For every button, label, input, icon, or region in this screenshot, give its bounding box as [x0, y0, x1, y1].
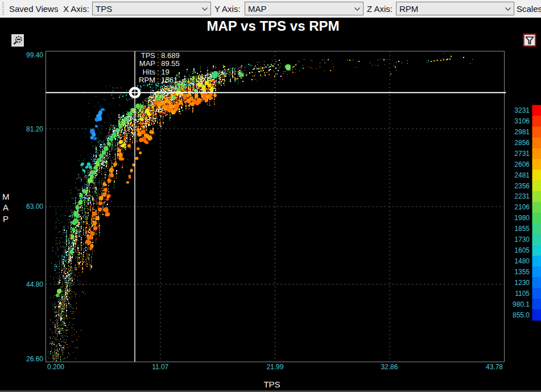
svg-text:1105: 1105 [515, 290, 530, 298]
svg-text:81.20: 81.20 [26, 125, 43, 133]
svg-text:: 89.55: : 89.55 [157, 59, 180, 68]
svg-text:MAP vs TPS vs RPM: MAP vs TPS vs RPM [207, 18, 340, 34]
svg-text:P: P [3, 214, 9, 224]
svg-text:1480: 1480 [514, 257, 530, 265]
svg-text:2606: 2606 [514, 160, 530, 168]
svg-text:2981: 2981 [514, 128, 530, 136]
svg-text:3231: 3231 [514, 106, 530, 114]
svg-text:980.1: 980.1 [513, 300, 530, 308]
svg-text:TPS: TPS [141, 51, 156, 60]
svg-text:0.200: 0.200 [47, 363, 64, 371]
svg-text:1730: 1730 [514, 236, 530, 244]
svg-text:1855: 1855 [514, 225, 530, 233]
svg-text:2731: 2731 [514, 150, 530, 158]
svg-text:63.00: 63.00 [26, 203, 43, 211]
svg-text:32.86: 32.86 [381, 363, 398, 371]
svg-text:TPS: TPS [263, 379, 280, 389]
svg-text:43.78: 43.78 [486, 363, 503, 371]
svg-text:99.40: 99.40 [26, 51, 43, 59]
svg-text:RPM: RPM [139, 76, 155, 84]
svg-text:Hits: Hits [143, 68, 156, 76]
svg-text:1355: 1355 [514, 268, 530, 276]
svg-text:21.99: 21.99 [266, 363, 283, 371]
svg-text:A: A [3, 203, 9, 212]
svg-text:1230: 1230 [514, 279, 530, 287]
svg-text:26.60: 26.60 [26, 355, 43, 363]
svg-text:2356: 2356 [514, 182, 530, 190]
svg-text:: 19: : 19 [157, 68, 170, 76]
svg-text:2856: 2856 [514, 139, 530, 147]
svg-text:: 1561: : 1561 [157, 76, 177, 84]
svg-text:855.0: 855.0 [513, 311, 530, 319]
svg-text:2481: 2481 [514, 171, 530, 179]
svg-text:MAP: MAP [139, 59, 155, 68]
svg-text:3106: 3106 [514, 117, 530, 125]
svg-text:1980: 1980 [514, 214, 530, 222]
svg-text:1605: 1605 [514, 246, 530, 254]
svg-text:2106: 2106 [514, 203, 530, 211]
svg-text:11.07: 11.07 [152, 363, 168, 371]
svg-text:M: M [2, 192, 10, 201]
svg-text:2231: 2231 [514, 192, 530, 200]
svg-text:44.80: 44.80 [26, 280, 43, 288]
svg-text:: 8.689: : 8.689 [157, 51, 180, 60]
